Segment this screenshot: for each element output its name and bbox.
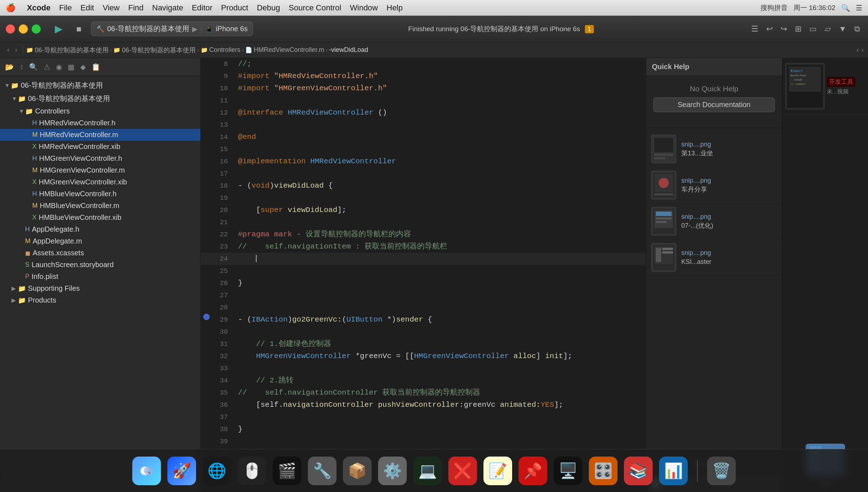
sidebar-item-group[interactable]: ▼ 📁 06-导航控制器的基本使用 [0, 92, 200, 105]
sidebar-item-assets[interactable]: ▶ ◼ Assets.xcassets [0, 247, 200, 259]
maximize-button[interactable] [32, 24, 41, 34]
menu-file[interactable]: File [59, 3, 72, 13]
sidebar-item-hmred-h[interactable]: ▶ H HMRedViewController.h [0, 117, 200, 129]
sidebar-nav-icon[interactable]: 📂 [5, 63, 14, 71]
sidebar-test-icon[interactable]: ◉ [56, 63, 62, 71]
breadcrumb-item-0[interactable]: 📁 06-导航控制器的基本使用 [26, 46, 109, 54]
breadcrumb-nav-next[interactable]: › [862, 46, 864, 54]
search-icon[interactable]: 🔍 [841, 4, 850, 12]
breadcrumb-nav-prev[interactable]: ‹ [857, 46, 859, 54]
menu-debug[interactable]: Debug [257, 3, 280, 13]
line-content-10[interactable]: #import "HMGreenViewController.h" [235, 82, 646, 95]
dock-item-wps[interactable]: 📌 [519, 457, 547, 485]
scheme-selector[interactable]: 🔨 06-导航控制器的基本使用 ▶ | 📱 iPhone 6s [91, 21, 253, 36]
menu-find[interactable]: Find [128, 3, 144, 13]
breakpoint-29[interactable] [203, 314, 210, 320]
sidebar-item-hmred-m[interactable]: ▶ M HMRedViewController.m [0, 129, 200, 141]
minimize-button[interactable] [19, 24, 28, 34]
line-content-31[interactable]: // 1.创建绿色控制器 [235, 338, 646, 350]
sidebar-issue-icon[interactable]: ⚠ [44, 63, 50, 71]
line-content-38[interactable]: } [235, 423, 646, 435]
dock-item-finder[interactable]: 🔍 [132, 457, 161, 485]
notification-icon[interactable]: ☰ [856, 4, 862, 12]
sidebar-item-hmblue-h[interactable]: ▶ H HMBlueViewController.h [0, 188, 200, 200]
breadcrumb-item-4[interactable]: -viewDidLoad [329, 46, 368, 54]
menu-view[interactable]: View [102, 3, 119, 13]
apple-menu[interactable]: 🍎 [6, 3, 15, 13]
sidebar-item-appdelegate-h[interactable]: ▶ H AppDelegate.h [0, 223, 200, 235]
dock-item-display[interactable]: 🖥️ [554, 457, 582, 485]
sidebar-item-hmgreen-xib[interactable]: ▶ X HMGreenViewController.xib [0, 176, 200, 188]
navigator-toggle[interactable]: ☰ [749, 22, 760, 36]
dock-item-books[interactable]: 📚 [624, 457, 653, 485]
run-button[interactable]: ▶ [51, 21, 67, 37]
menu-help[interactable]: Help [387, 3, 403, 13]
line-content-22[interactable]: #pragma mark - 设置导航控制器的导航栏的内容 [235, 228, 646, 241]
line-content-24[interactable] [235, 253, 646, 265]
sidebar-item-root[interactable]: ▼ 📁 06-导航控制器的基本使用 [0, 79, 200, 92]
sidebar-item-hmgreen-m[interactable]: ▶ M HMGreenViewController.m [0, 164, 200, 176]
dock-item-safari[interactable]: 🌐 [202, 457, 231, 485]
line-content-34[interactable]: // 2.跳转 [235, 375, 646, 387]
sidebar-item-hmblue-xib[interactable]: ▶ X HMBlueViewController.xib [0, 212, 200, 223]
sidebar-item-controllers[interactable]: ▼ 📁 Controllers [0, 105, 200, 117]
line-content-26[interactable]: } [235, 277, 646, 289]
search-documentation-button[interactable]: Search Documentation [653, 97, 775, 112]
sidebar-scm-icon[interactable]: ↕ [20, 63, 23, 71]
back-icon[interactable]: ↩ [764, 22, 775, 36]
line-content-23[interactable]: // self.navigationItem : 获取当前控制器的导航栏 [235, 241, 646, 253]
dock-item-tools[interactable]: 🔧 [308, 457, 337, 485]
breadcrumb-item-2[interactable]: 📁 Controllers [201, 46, 240, 54]
line-content-8[interactable]: //; [235, 58, 646, 70]
breakpoints-icon[interactable]: ▼ [836, 22, 849, 36]
sidebar-debug-icon[interactable]: ▦ [68, 63, 75, 71]
sidebar-item-launchscreen[interactable]: ▶ S LaunchScreen.storyboard [0, 259, 200, 271]
line-content-16[interactable]: @implementation HMRedViewController [235, 155, 646, 168]
menu-navigate[interactable]: Navigate [152, 3, 183, 13]
menu-editor[interactable]: Editor [192, 3, 212, 13]
dock-item-xmind[interactable]: ❌ [448, 457, 477, 485]
forward-icon[interactable]: ↪ [778, 22, 789, 36]
line-content-20[interactable]: [super viewDidLoad]; [235, 204, 646, 216]
line-content-36[interactable]: [self.navigationController pushViewContr… [235, 399, 646, 411]
dock-item-terminal[interactable]: 💻 [413, 457, 442, 485]
code-content[interactable]: 8 //; 9 #import "HMRedViewController.h" … [201, 58, 646, 492]
sidebar-search-icon[interactable]: 🔍 [29, 63, 38, 71]
breadcrumb-item-3[interactable]: 📄 HMRedViewController.m [245, 46, 324, 54]
inspectors-toggle[interactable]: ⧉ [852, 22, 862, 36]
sidebar-item-hmblue-m[interactable]: ▶ M HMBlueViewController.m [0, 200, 200, 212]
line-content-32[interactable]: HMGreenViewController *greenVc = [[HMGre… [235, 350, 646, 362]
layout-icon-2[interactable]: ▱ [822, 22, 833, 36]
line-content-18[interactable]: - (void)viewDidLoad { [235, 180, 646, 192]
line-content-14[interactable]: @end [235, 131, 646, 143]
warning-badge[interactable]: 1 [585, 25, 594, 33]
dock-item-movie[interactable]: 🎬 [273, 457, 301, 485]
sidebar-item-products[interactable]: ▶ 📁 Products [0, 294, 200, 306]
menu-window[interactable]: Window [350, 3, 378, 13]
menu-edit[interactable]: Edit [80, 3, 94, 13]
input-method[interactable]: 搜狗拼音 [760, 3, 788, 13]
split-view-icon[interactable]: ⊞ [793, 22, 803, 36]
dock-item-trash[interactable]: 🗑️ [707, 457, 736, 485]
dock-item-notes[interactable]: 📝 [483, 457, 512, 485]
dock-item-instruments[interactable]: 🎛️ [589, 457, 617, 485]
dock-item-numbers[interactable]: 📊 [659, 457, 688, 485]
sidebar-item-hmgreen-h[interactable]: ▶ H HMGreenViewController.h [0, 153, 200, 164]
breadcrumb-item-1[interactable]: 📁 06-导航控制器的基本使用 [113, 46, 196, 54]
sidebar-item-appdelegate-m[interactable]: ▶ M AppDelegate.m [0, 235, 200, 247]
forward-breadcrumb[interactable]: › [12, 45, 20, 55]
sidebar-item-hmred-xib[interactable]: ▶ X HMRedViewController.xib [0, 141, 200, 153]
line-content-12[interactable]: @interface HMRedViewController () [235, 107, 646, 119]
line-content-35[interactable]: // self.navigationController 获取当前控制器的导航控… [235, 387, 646, 399]
menu-product[interactable]: Product [221, 3, 248, 13]
layout-icon-1[interactable]: ▭ [807, 22, 819, 36]
far-right-item-devtools[interactable]: #import @interface - (void) // comment 开… [782, 58, 868, 115]
sidebar-breakpoint-icon[interactable]: ◆ [80, 63, 86, 71]
line-content-9[interactable]: #import "HMRedViewController.h" [235, 70, 646, 82]
menu-source-control[interactable]: Source Control [289, 3, 342, 13]
sidebar-item-supporting[interactable]: ▶ 📁 Supporting Files [0, 283, 200, 294]
menu-xcode[interactable]: Xcode [27, 3, 51, 13]
back-breadcrumb[interactable]: ‹ [4, 45, 12, 55]
dock-item-archive[interactable]: 📦 [343, 457, 372, 485]
dock-item-launchpad[interactable]: 🚀 [167, 457, 196, 485]
